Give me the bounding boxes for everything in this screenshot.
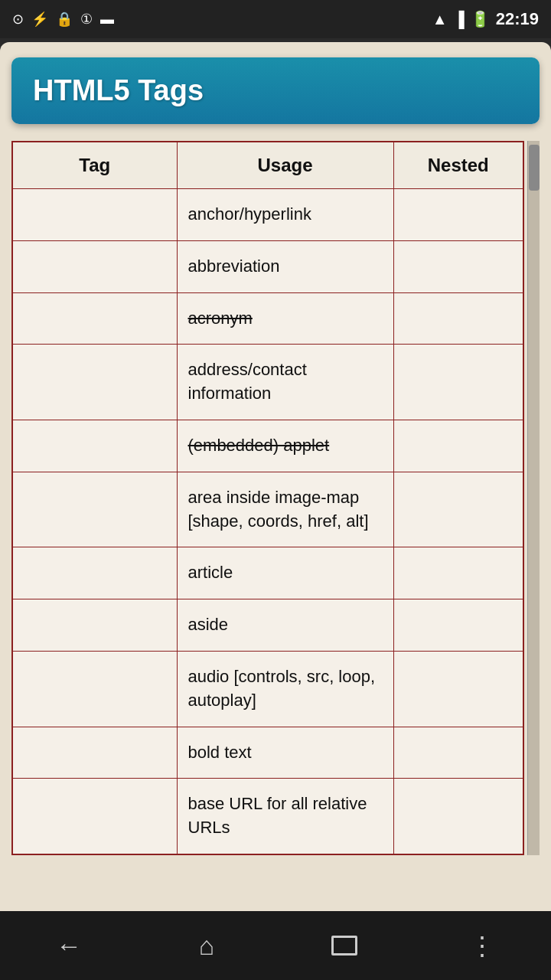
usage-cell: address/contact information	[177, 345, 393, 420]
nested-cell	[393, 599, 523, 652]
nested-cell	[393, 189, 523, 241]
menu-button[interactable]: ⋮	[452, 923, 513, 969]
table-row: (embedded) applet	[12, 420, 523, 472]
usage-text: aside	[188, 615, 229, 634]
table-header-row: Tag Usage Nested	[12, 142, 523, 189]
usage-cell: base URL for all relative URLs	[177, 779, 393, 854]
nested-cell	[393, 292, 523, 345]
nested-cell	[393, 472, 523, 547]
usage-text: bold text	[188, 743, 252, 762]
status-right: ▲ ▐ 🔋 22:19	[432, 9, 539, 29]
scrollbar-thumb[interactable]	[529, 145, 540, 191]
main-content: HTML5 Tags Tag Usage Nested anchor/hyper…	[0, 42, 551, 911]
usage-cell: audio [controls, src, loop, autoplay]	[177, 651, 393, 727]
nested-cell	[393, 345, 523, 420]
table-row: area inside image-map [shape, coords, hr…	[12, 472, 523, 547]
page-title: HTML5 Tags	[33, 74, 518, 107]
menu-icon: ⋮	[469, 930, 495, 961]
table-row: acronym	[12, 292, 523, 345]
status-time: 22:19	[496, 9, 539, 29]
tag-cell	[12, 420, 177, 472]
tag-cell	[12, 779, 177, 854]
recents-button[interactable]	[314, 923, 375, 969]
wifi-icon: ▲	[432, 11, 448, 28]
tag-cell	[12, 240, 177, 292]
recents-icon	[331, 936, 357, 956]
nested-cell	[393, 240, 523, 292]
table-row: article	[12, 547, 523, 599]
usage-cell: acronym	[177, 292, 393, 345]
usage-cell: anchor/hyperlink	[177, 189, 393, 241]
home-icon: ⌂	[199, 931, 215, 961]
tag-cell	[12, 727, 177, 779]
nested-cell	[393, 547, 523, 599]
usb-icon: ⚡	[31, 11, 48, 28]
nested-cell	[393, 420, 523, 472]
home-button[interactable]: ⌂	[176, 923, 237, 969]
nested-cell	[393, 779, 523, 854]
status-icons-left: ⊙ ⚡ 🔒 ① ▬	[12, 11, 114, 28]
tag-cell	[12, 189, 177, 241]
nested-cell	[393, 727, 523, 779]
usage-text: article	[188, 563, 233, 582]
back-button[interactable]: ←	[38, 923, 99, 969]
scrollbar-track[interactable]	[527, 141, 540, 855]
table-row: aside	[12, 599, 523, 652]
content-wrapper: Tag Usage Nested anchor/hyperlinkabbrevi…	[11, 141, 540, 855]
nested-cell	[393, 651, 523, 727]
tag-cell	[12, 345, 177, 420]
usage-cell: aside	[177, 599, 393, 652]
usage-text: audio [controls, src, loop, autoplay]	[188, 667, 376, 710]
table-row: anchor/hyperlink	[12, 189, 523, 241]
tag-cell	[12, 599, 177, 652]
lock-icon: 🔒	[56, 11, 73, 28]
usage-text: acronym	[188, 309, 253, 328]
title-bar: HTML5 Tags	[11, 57, 540, 124]
table-row: address/contact information	[12, 345, 523, 420]
back-icon: ←	[56, 931, 82, 961]
tag-cell	[12, 651, 177, 727]
usage-cell: bold text	[177, 727, 393, 779]
usage-cell: article	[177, 547, 393, 599]
table-area: Tag Usage Nested anchor/hyperlinkabbrevi…	[11, 141, 524, 855]
signal-icon: ▐	[454, 11, 465, 28]
usage-text: area inside image-map [shape, coords, hr…	[188, 488, 369, 531]
table-row: audio [controls, src, loop, autoplay]	[12, 651, 523, 727]
tag-cell	[12, 547, 177, 599]
col-header-tag: Tag	[12, 142, 177, 189]
table-row: base URL for all relative URLs	[12, 779, 523, 854]
col-header-nested: Nested	[393, 142, 523, 189]
usage-cell: area inside image-map [shape, coords, hr…	[177, 472, 393, 547]
html5-tags-table: Tag Usage Nested anchor/hyperlinkabbrevi…	[11, 141, 524, 855]
sim-icon: ①	[80, 11, 93, 28]
usage-text: anchor/hyperlink	[188, 204, 311, 224]
usage-cell: (embedded) applet	[177, 420, 393, 472]
tag-cell	[12, 292, 177, 345]
usage-cell: abbreviation	[177, 240, 393, 292]
usage-text: address/contact information	[188, 360, 307, 403]
usage-text: (embedded) applet	[188, 436, 330, 455]
charging-icon: ▬	[100, 11, 114, 28]
nav-bar: ← ⌂ ⋮	[0, 911, 551, 980]
usage-text: base URL for all relative URLs	[188, 794, 367, 837]
col-header-usage: Usage	[177, 142, 393, 189]
usage-text: abbreviation	[188, 256, 280, 276]
table-row: abbreviation	[12, 240, 523, 292]
table-row: bold text	[12, 727, 523, 779]
battery-icon: 🔋	[471, 10, 490, 28]
tag-cell	[12, 472, 177, 547]
status-bar: ⊙ ⚡ 🔒 ① ▬ ▲ ▐ 🔋 22:19	[0, 0, 551, 38]
android-icon: ⊙	[12, 11, 24, 28]
